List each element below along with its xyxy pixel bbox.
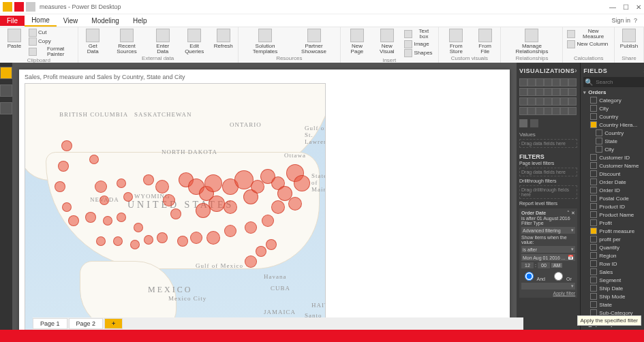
collapse-icon[interactable]: › (574, 67, 577, 74)
visual-type-icon[interactable] (560, 78, 568, 87)
visual-type-icon[interactable] (544, 107, 552, 115)
field-column[interactable]: Region (583, 251, 644, 260)
field-column[interactable]: Ship Mode (583, 292, 644, 300)
new-page-button[interactable]: New Page (345, 29, 369, 55)
field-column[interactable]: City (583, 104, 644, 112)
fields-tab-icon[interactable] (519, 119, 527, 127)
map-bubble[interactable] (245, 255, 257, 268)
filter-hour-input[interactable] (521, 262, 534, 268)
map-bubble[interactable] (117, 178, 126, 188)
new-column-button[interactable]: New Column (567, 40, 610, 48)
map-bubble[interactable] (117, 213, 126, 222)
solution-templates-button[interactable]: Solution Templates (243, 29, 288, 55)
visual-type-icon[interactable] (527, 107, 536, 115)
help-icon[interactable]: ? (634, 17, 637, 24)
visual-type-icon[interactable] (568, 88, 577, 96)
map-bubble[interactable] (103, 216, 112, 226)
map-visual[interactable]: BRITISH COLUMBIA SASKATCHEWAN ONTARIO Ot… (25, 83, 326, 342)
tab-file[interactable]: File (0, 16, 25, 26)
paste-button[interactable]: Paste (4, 29, 25, 49)
map-bubble[interactable] (190, 232, 202, 244)
field-column[interactable]: Country (583, 129, 644, 137)
field-column[interactable]: Customer ID (583, 153, 644, 161)
visual-type-icon[interactable] (527, 88, 536, 96)
field-column[interactable]: Ship Date (583, 284, 644, 292)
map-bubble[interactable] (288, 197, 302, 211)
new-measure-button[interactable]: New Measure (567, 29, 610, 40)
enter-data-button[interactable]: Enter Data (150, 29, 176, 55)
field-column[interactable]: Product Name (583, 211, 644, 219)
visual-type-icon[interactable] (568, 107, 577, 115)
recent-sources-button[interactable]: Recent Sources (108, 29, 146, 55)
collapse-filter-icon[interactable]: ˄ ✕ (567, 211, 575, 216)
map-bubble[interactable] (130, 240, 140, 249)
cut-button[interactable]: Cut (29, 29, 74, 37)
filter-date-input[interactable]: Mon Aug 01 2016 ...📅 (521, 254, 575, 261)
field-column[interactable]: Quantity (583, 243, 644, 251)
map-bubble[interactable] (85, 212, 96, 223)
visual-type-icon[interactable] (544, 88, 552, 96)
map-bubble[interactable] (170, 208, 181, 219)
model-view-icon[interactable] (0, 102, 12, 114)
map-bubble[interactable] (245, 221, 257, 234)
visual-type-grid[interactable] (519, 78, 577, 115)
visual-type-icon[interactable] (519, 88, 527, 96)
map-bubble[interactable] (68, 215, 79, 226)
map-bubble[interactable] (266, 239, 277, 250)
close-icon[interactable]: ✕ (636, 3, 641, 11)
tab-view[interactable]: View (57, 16, 85, 26)
or-radio[interactable]: Or (551, 270, 572, 281)
get-data-button[interactable]: Get Data (82, 29, 104, 55)
map-bubble[interactable] (224, 200, 237, 214)
map-bubble[interactable] (95, 181, 107, 193)
map-bubble[interactable] (157, 232, 168, 243)
map-bubble[interactable] (134, 223, 143, 232)
field-table[interactable]: Orders (583, 89, 644, 96)
page-tab-2[interactable]: Page 2 (69, 318, 104, 329)
filter-op2-select[interactable]: ▾ (521, 283, 575, 290)
tab-help[interactable]: Help (126, 16, 154, 26)
partner-showcase-button[interactable]: Partner Showcase (292, 29, 335, 55)
copy-button[interactable]: Copy (29, 37, 74, 46)
filter-type-select[interactable]: Advanced filtering▾ (521, 227, 575, 234)
visual-type-icon[interactable] (560, 97, 568, 106)
map-bubble[interactable] (62, 202, 72, 212)
report-view-icon[interactable] (0, 67, 12, 79)
fields-search[interactable]: 🔍 (583, 77, 644, 87)
field-column[interactable]: Profit measure (583, 227, 644, 235)
page-tab-1[interactable]: Page 1 (33, 318, 67, 329)
map-bubble[interactable] (143, 174, 154, 185)
field-column[interactable]: Product ID (583, 202, 644, 211)
text-box-button[interactable]: Text box (404, 29, 433, 40)
map-bubble[interactable] (294, 175, 310, 191)
field-column[interactable]: City (583, 145, 644, 153)
image-button[interactable]: Image (404, 40, 433, 48)
visual-type-icon[interactable] (560, 107, 568, 115)
field-column[interactable]: profit per (583, 235, 644, 243)
map-bubble[interactable] (61, 140, 72, 151)
data-view-icon[interactable] (0, 84, 12, 97)
field-column[interactable]: Row ID (583, 260, 644, 268)
visual-type-icon[interactable] (544, 78, 552, 87)
map-bubble[interactable] (99, 196, 109, 205)
tab-modeling[interactable]: Modeling (85, 16, 126, 26)
field-column[interactable]: Order ID (583, 186, 644, 194)
map-bubble[interactable] (271, 200, 285, 214)
format-painter-button[interactable]: Format Painter (29, 46, 74, 57)
map-bubble[interactable] (177, 236, 188, 247)
map-bubble[interactable] (163, 194, 175, 206)
add-page-button[interactable]: + (104, 318, 123, 329)
filter-minute-input[interactable] (538, 262, 550, 268)
map-bubble[interactable] (89, 155, 99, 164)
filter-ampm-toggle[interactable]: AM (551, 263, 563, 268)
page-filters-dropzone[interactable]: Drag data fields here (519, 168, 577, 176)
map-bubble[interactable] (206, 231, 220, 245)
field-column[interactable]: Order Date (583, 178, 644, 186)
visual-type-icon[interactable] (527, 78, 536, 87)
new-visual-button[interactable]: New Visual (373, 29, 400, 55)
visual-type-icon[interactable] (536, 78, 544, 87)
minimize-icon[interactable]: — (609, 3, 616, 11)
field-column[interactable]: State (583, 137, 644, 145)
map-bubble[interactable] (113, 236, 123, 246)
field-column[interactable]: Profit (583, 219, 644, 227)
